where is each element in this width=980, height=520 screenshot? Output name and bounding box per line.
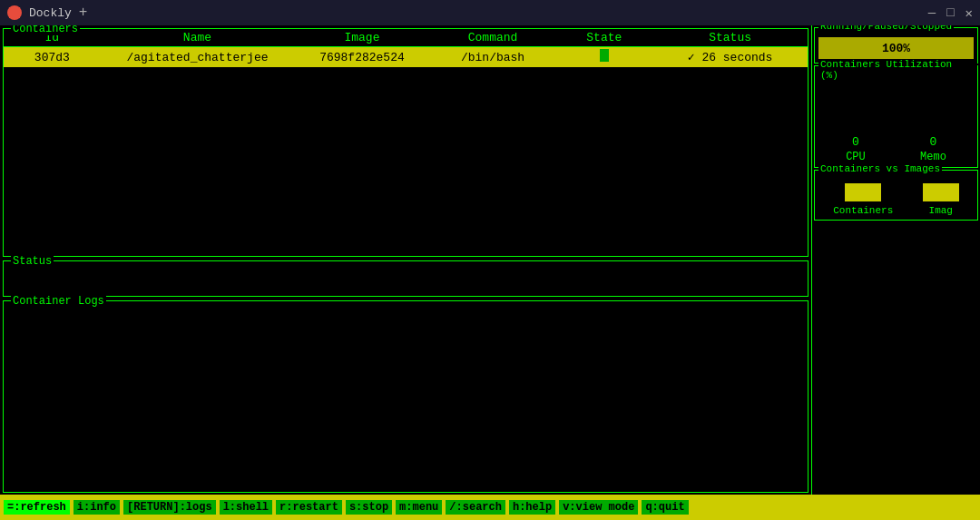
cell-name: /agitated_chatterjee [101,47,294,68]
cell-status: ✓ 26 seconds [652,47,808,68]
col-header-state: State [555,29,652,47]
left-panel: Containers Id Name Image Command State S… [0,25,812,495]
svg-rect-1 [15,7,20,12]
cvi-label: Containers vs Images [818,163,942,174]
shortcut-6[interactable]: m:menu [396,500,442,515]
shortcut-3[interactable]: l:shell [220,500,272,515]
shortcut-5[interactable]: s:stop [346,500,392,515]
shortcut-9[interactable]: v:view mode [559,500,638,515]
app-title: Dockly [29,6,72,20]
svg-rect-2 [9,14,14,18]
state-indicator [600,49,609,62]
svg-rect-0 [9,7,14,12]
new-tab-button[interactable]: + [79,5,88,21]
table-row-empty [4,82,808,96]
titlebar-left: Dockly + [7,5,87,21]
shortcut-8[interactable]: h:help [509,500,555,515]
shortcut-4[interactable]: r:restart [276,500,342,515]
window-controls: — □ ✕ [928,5,973,21]
minimize-button[interactable]: — [928,5,936,21]
table-row-empty [4,154,808,169]
memo-value: 0 [930,135,937,149]
memo-label: Memo [920,151,946,163]
table-row-empty [4,183,808,198]
cvi-containers-label: Containers [833,205,893,216]
cvi-images-item: Imag [923,183,959,216]
containers-table: Id Name Image Command State Status 307d3… [4,29,808,256]
table-row-empty [4,212,808,227]
cell-command: /bin/bash [430,47,556,68]
cpu-col: 0 CPU [846,135,866,163]
col-header-image: Image [294,29,429,47]
table-row-empty [4,125,808,140]
cell-image: 7698f282e524 [294,47,429,68]
cvi-content: Containers Imag [818,183,974,216]
titlebar: Dockly + — □ ✕ [0,0,980,25]
utilization-content: 0 CPU 0 Memo [818,135,974,163]
cvi-containers-bar [845,183,881,201]
cpu-value: 0 [852,135,859,149]
utilization-label: Containers Utilization (%) [818,59,977,81]
rps-bar-container: 100% [818,37,974,59]
svg-rect-3 [15,14,20,18]
table-row-empty [4,111,808,125]
table-header-row: Id Name Image Command State Status [4,29,808,47]
containers-section: Containers Id Name Image Command State S… [3,28,808,257]
rps-bar: 100% [818,37,974,59]
table-row-empty [4,169,808,183]
right-panel: Running/Paused/Stopped 100% Containers U… [812,25,980,495]
table-row-empty [4,241,808,256]
bottom-bar: =:refreshi:info[RETURN]:logsl:shellr:res… [0,495,980,520]
memo-col: 0 Memo [920,135,946,163]
shortcut-2[interactable]: [RETURN]:logs [123,500,216,515]
logs-section: Container Logs [3,300,808,493]
cpu-label: CPU [846,151,866,163]
shortcut-0[interactable]: =:refresh [4,500,70,515]
logs-section-title: Container Logs [11,295,106,308]
cvi-section: Containers vs Images Containers Imag [814,170,978,221]
close-button[interactable]: ✕ [965,5,973,21]
cvi-images-bar [923,183,959,201]
restore-button[interactable]: □ [946,5,954,21]
main-content: Containers Id Name Image Command State S… [0,25,980,495]
col-header-status: Status [652,29,808,47]
utilization-section: Containers Utilization (%) 0 CPU 0 Memo [814,65,978,168]
status-section: Status [3,260,808,297]
col-header-name: Name [101,29,294,47]
table-row-empty [4,227,808,241]
col-header-command: Command [430,29,556,47]
cvi-containers-item: Containers [833,183,893,216]
cvi-images-label: Imag [929,205,953,216]
table-row-empty [4,96,808,111]
cell-id: 307d3 [4,47,101,68]
table-row-empty [4,67,808,82]
shortcut-10[interactable]: q:quit [642,500,688,515]
rps-label: Running/Paused/Stopped [818,25,954,32]
table-row-empty [4,198,808,212]
table-row-empty [4,140,808,154]
rps-section: Running/Paused/Stopped 100% [814,27,978,64]
table-row[interactable]: 307d3 /agitated_chatterjee 7698f282e524 … [4,47,808,68]
cell-state [555,47,652,68]
shortcut-7[interactable]: /:search [446,500,505,515]
app-icon [7,5,22,20]
containers-section-title: Containers [11,25,80,35]
shortcut-1[interactable]: i:info [74,500,120,515]
status-section-title: Status [11,255,54,268]
rps-bar-value: 100% [882,42,910,55]
